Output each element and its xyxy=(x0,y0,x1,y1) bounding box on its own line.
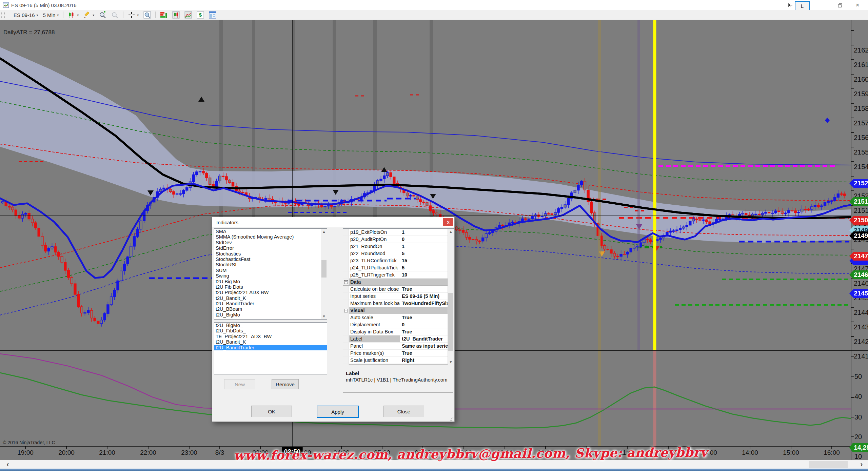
indicator-list-item[interactable]: t2U Big Mo xyxy=(214,279,327,284)
dialog-title-bar[interactable]: Indicators xyxy=(212,217,454,227)
indicator-list-item[interactable]: SMMA (Smoothed Moving Average) xyxy=(214,234,327,240)
zoom-in-button[interactable] xyxy=(97,11,109,19)
scrollbar-thumb[interactable] xyxy=(321,260,327,278)
property-row[interactable]: p19_ExitPlotsOn1 xyxy=(343,229,454,236)
indicator-list-item[interactable]: StochRSI xyxy=(214,262,327,267)
property-value[interactable]: 5 xyxy=(400,250,454,257)
config-list-item[interactable]: t2U_BanditTrader xyxy=(214,345,327,350)
property-row[interactable]: p23_TLRConfirmTick15 xyxy=(343,257,454,264)
restore-button[interactable] xyxy=(832,0,848,10)
chart-trader-button[interactable] xyxy=(170,11,182,19)
scroll-right-icon[interactable]: › xyxy=(856,460,867,469)
account-performance-button[interactable]: $ xyxy=(194,11,206,19)
close-button[interactable]: × xyxy=(850,0,865,10)
property-value[interactable]: 1 xyxy=(400,243,454,250)
indicator-list-item[interactable]: StdError xyxy=(214,245,327,251)
indicator-property-grid[interactable]: p19_ExitPlotsOn1p20_AuditRptOn0p21_Round… xyxy=(343,228,454,365)
ok-button[interactable]: OK xyxy=(251,406,292,417)
report-button[interactable] xyxy=(206,11,219,19)
property-value[interactable]: True xyxy=(400,314,454,321)
scroll-down-icon[interactable]: ▼ xyxy=(321,313,327,319)
toolbar-grip[interactable] xyxy=(1,12,5,18)
property-value[interactable]: True xyxy=(400,350,454,356)
property-row[interactable]: Scale justificationRight xyxy=(343,357,454,364)
property-value[interactable]: 1 xyxy=(400,229,454,236)
property-value[interactable]: 5 xyxy=(400,264,454,271)
indicator-list-item[interactable]: Swing xyxy=(214,273,327,279)
grid-scrollbar[interactable]: ▲▼ xyxy=(448,229,454,365)
interval-dropdown[interactable]: 5 Min ▾ xyxy=(41,12,61,19)
property-group-row[interactable]: −Visual xyxy=(343,307,454,314)
zoom-out-button[interactable] xyxy=(109,11,121,19)
property-value[interactable]: 0 xyxy=(400,236,454,243)
property-row[interactable]: PanelSame as input series xyxy=(343,343,454,350)
property-row[interactable]: Price marker(s)True xyxy=(343,350,454,357)
property-row[interactable]: p20_AuditRptOn0 xyxy=(343,236,454,243)
collapse-icon[interactable]: − xyxy=(344,309,348,312)
link-button[interactable]: L xyxy=(795,1,810,11)
property-value[interactable]: Same as input series xyxy=(400,343,454,349)
apply-button[interactable]: Apply xyxy=(317,406,359,418)
property-value[interactable]: TwoHundredFiftySix xyxy=(400,300,454,307)
scrollbar-thumb[interactable] xyxy=(809,461,848,468)
list-scrollbar[interactable]: ▲▼ xyxy=(321,229,327,319)
instrument-dropdown[interactable]: ES 09-16 ▾ xyxy=(11,12,41,19)
data-box-button[interactable] xyxy=(141,11,153,19)
property-row[interactable]: p21_RoundOn1 xyxy=(343,243,454,250)
property-value[interactable]: 15 xyxy=(400,257,454,264)
property-row[interactable]: p24_TLRPullbackTick5 xyxy=(343,264,454,271)
configured-indicators-list[interactable]: t2U_BigMo_t2U_FibDots_TE_Project221_ADX_… xyxy=(214,322,327,374)
property-row[interactable]: Calculate on bar closeTrue xyxy=(343,286,454,293)
close-button-dialog[interactable]: Close xyxy=(383,406,424,417)
scroll-down-icon[interactable]: ▼ xyxy=(448,359,454,365)
property-group-row[interactable]: −Data xyxy=(343,279,454,286)
collapse-icon[interactable]: − xyxy=(344,280,348,284)
scroll-up-icon[interactable]: ▲ xyxy=(321,229,327,234)
property-value[interactable]: True xyxy=(400,328,454,335)
property-row[interactable]: Input seriesES 09-16 (5 Min) xyxy=(343,293,454,300)
dialog-close-button[interactable]: x xyxy=(443,218,453,226)
dialog-resize-grip[interactable] xyxy=(450,417,454,421)
indicator-list-item[interactable]: t2U_BanditTrader xyxy=(214,301,327,306)
indicator-list-item[interactable]: Stochastics xyxy=(214,251,327,257)
chart-style-button[interactable]: ▾ xyxy=(65,11,81,19)
scroll-left-icon[interactable]: ‹ xyxy=(3,460,13,469)
property-row[interactable]: p22_RoundMod5 xyxy=(343,250,454,257)
property-value[interactable]: 0 xyxy=(400,321,454,328)
property-value[interactable]: ES 09-16 (5 Min) xyxy=(400,293,454,300)
remove-button[interactable]: Remove xyxy=(272,379,299,389)
property-value[interactable]: t2U_BanditTrader xyxy=(400,335,454,342)
property-row[interactable]: Auto scaleTrue xyxy=(343,314,454,321)
indicator-list-item[interactable]: StochasticsFast xyxy=(214,257,327,262)
property-row[interactable]: p25_TLRTriggerTick10 xyxy=(343,271,454,279)
indicator-list-item[interactable]: StdDev xyxy=(214,240,327,245)
indicator-list-item[interactable]: t2U Project221 ADX BW xyxy=(214,290,327,295)
indicator-list-item[interactable]: SUM xyxy=(214,268,327,273)
config-list-item[interactable]: TE_Project221_ADX_BW xyxy=(214,334,327,339)
indicator-list-item[interactable]: t2U_BigMo xyxy=(214,312,327,318)
available-indicators-list[interactable]: SMASMMA (Smoothed Moving Average)StdDevS… xyxy=(214,228,327,320)
indicator-list-item[interactable]: t2U_BBeam xyxy=(214,306,327,312)
property-value[interactable]: True xyxy=(400,286,454,292)
property-row[interactable]: Maximum bars look backTwoHundredFiftySix xyxy=(343,300,454,307)
config-list-item[interactable]: t2U_Bandit_K xyxy=(214,339,327,345)
config-list-item[interactable]: t2U_BigMo_ xyxy=(214,323,327,328)
indicator-list-item[interactable]: t2U_Bandit_K xyxy=(214,295,327,301)
property-row[interactable]: Displacement0 xyxy=(343,321,454,328)
cursor-mode-button[interactable]: ▾ xyxy=(125,11,141,19)
minimize-button[interactable]: — xyxy=(814,0,830,10)
indicator-list-item[interactable]: SMA xyxy=(214,229,327,234)
property-value[interactable]: 10 xyxy=(400,271,454,278)
scroll-up-icon[interactable]: ▲ xyxy=(448,229,454,234)
property-value[interactable]: Right xyxy=(400,357,454,364)
property-row[interactable]: Labelt2U_BanditTrader xyxy=(343,335,454,343)
scrollbar-thumb[interactable] xyxy=(448,293,453,351)
property-row[interactable]: Display in Data BoxTrue xyxy=(343,328,454,335)
drawing-tools-button[interactable]: ▾ xyxy=(81,11,97,19)
new-button[interactable]: New xyxy=(224,379,255,389)
pin-icon[interactable] xyxy=(787,0,794,10)
config-list-item[interactable]: t2U_FibDots_ xyxy=(214,328,327,333)
property-group-row[interactable]: −Plots xyxy=(343,364,454,365)
market-depth-button[interactable] xyxy=(158,11,170,19)
mini-chart-button[interactable] xyxy=(182,11,194,19)
